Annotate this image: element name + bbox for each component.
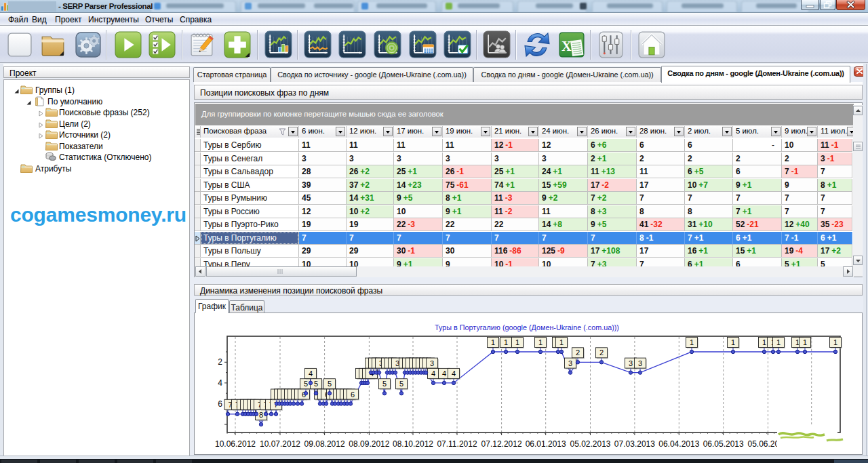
svg-text:1: 1 (762, 338, 766, 346)
svg-text:07.11.2012: 07.11.2012 (437, 439, 477, 449)
svg-text:5: 5 (382, 380, 387, 388)
svg-text:5: 5 (328, 380, 332, 388)
svg-text:2: 2 (576, 348, 580, 357)
svg-text:3: 3 (568, 359, 572, 367)
svg-text:10.07.2012: 10.07.2012 (260, 439, 300, 449)
svg-text:1: 1 (833, 338, 837, 346)
svg-text:1: 1 (731, 338, 735, 346)
svg-text:3: 3 (638, 359, 642, 367)
svg-text:09.08.2012: 09.08.2012 (304, 439, 345, 449)
svg-text:08.10.2012: 08.10.2012 (393, 439, 433, 449)
svg-text:4: 4 (442, 369, 446, 378)
svg-text:1: 1 (803, 338, 807, 346)
svg-text:X: X (561, 39, 572, 54)
svg-text:10.06.2012: 10.06.2012 (215, 439, 256, 449)
svg-text:1: 1 (538, 338, 542, 346)
svg-text:1: 1 (559, 338, 564, 346)
svg-text:4: 4 (218, 378, 222, 388)
svg-text:06.04.2013: 06.04.2013 (658, 439, 699, 449)
svg-text:1: 1 (690, 338, 694, 346)
svg-text:1: 1 (504, 338, 508, 346)
svg-text:5: 5 (399, 380, 403, 388)
svg-text:6: 6 (218, 399, 222, 409)
svg-text:05.02.2013: 05.02.2013 (570, 439, 610, 449)
svg-text:5: 5 (304, 380, 308, 388)
svg-text:8: 8 (259, 411, 263, 419)
svg-text:1: 1 (776, 338, 781, 346)
svg-text:1: 1 (515, 338, 519, 346)
svg-text:06.01.2013: 06.01.2013 (526, 439, 566, 449)
svg-text:3: 3 (430, 359, 434, 367)
svg-text:4: 4 (452, 369, 456, 378)
svg-text:2: 2 (218, 357, 222, 367)
svg-text:06.05.2013: 06.05.2013 (703, 439, 744, 449)
svg-text:4: 4 (309, 369, 313, 378)
svg-text:4: 4 (431, 369, 435, 378)
svg-text:3: 3 (629, 359, 633, 367)
svg-text:07.12.2012: 07.12.2012 (481, 439, 522, 449)
svg-text:08.09.2012: 08.09.2012 (349, 439, 389, 449)
svg-text:07.03.2013: 07.03.2013 (614, 439, 655, 449)
svg-text:6: 6 (351, 390, 355, 399)
svg-text:Туры в Португалию (google (Дом: Туры в Португалию (google (Домен-Ukraine… (435, 323, 619, 331)
svg-text:5: 5 (314, 380, 318, 388)
svg-text:2: 2 (599, 348, 604, 357)
svg-text:1: 1 (491, 338, 495, 346)
